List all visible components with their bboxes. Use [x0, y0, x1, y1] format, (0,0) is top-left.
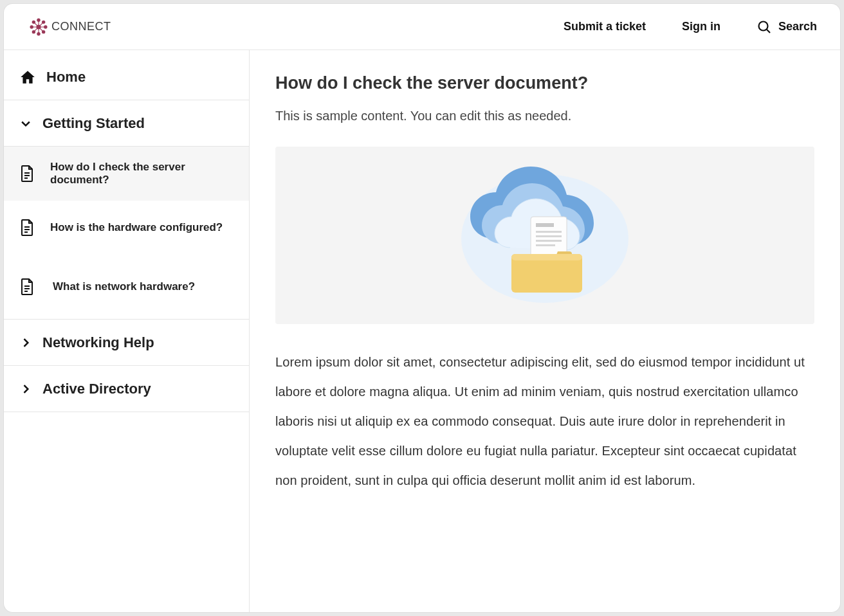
sign-in-link[interactable]: Sign in	[682, 20, 720, 33]
sidebar-section-getting-started[interactable]: Getting Started	[4, 100, 249, 147]
article-hero-image	[275, 147, 814, 324]
chevron-down-icon	[19, 117, 32, 130]
article-body: Lorem ipsum dolor sit amet, consectetur …	[275, 347, 814, 495]
sidebar: Home Getting Started	[4, 50, 250, 612]
search-button[interactable]: Search	[757, 19, 817, 35]
sidebar-section-label: Active Directory	[42, 381, 151, 397]
search-label: Search	[778, 20, 817, 33]
header-nav: Submit a ticket Sign in Search	[564, 19, 817, 35]
sidebar-home-label: Home	[46, 69, 86, 86]
sidebar-sub-label: How do I check the server document?	[45, 161, 234, 186]
svg-line-13	[33, 22, 39, 27]
sidebar-section-label: Networking Help	[42, 334, 154, 351]
body: Home Getting Started	[4, 50, 840, 612]
submit-ticket-link[interactable]: Submit a ticket	[564, 20, 646, 33]
svg-rect-30	[536, 223, 554, 227]
svg-line-14	[39, 22, 44, 27]
brand-flower-icon	[27, 15, 50, 39]
app-frame: CONNECT Submit a ticket Sign in Search	[4, 4, 840, 612]
sidebar-sub-label: How is the hardware configured?	[45, 221, 223, 234]
sidebar-subgroup-getting-started: How do I check the server document? How …	[4, 147, 249, 320]
article-content: How do I check the server document? This…	[250, 50, 840, 612]
brand-text: CONNECT	[51, 20, 111, 33]
search-icon	[757, 19, 772, 35]
sidebar-item-check-server-document[interactable]: How do I check the server document?	[4, 147, 249, 201]
brand-logo[interactable]: CONNECT	[27, 15, 111, 39]
home-icon	[19, 69, 36, 86]
header: CONNECT Submit a ticket Sign in Search	[4, 4, 840, 50]
sidebar-item-hardware-configured[interactable]: How is the hardware configured?	[4, 201, 249, 255]
svg-line-15	[33, 27, 39, 32]
svg-line-16	[39, 27, 44, 32]
document-icon	[19, 278, 35, 296]
svg-rect-33	[536, 240, 562, 242]
svg-rect-32	[536, 235, 562, 237]
svg-rect-34	[536, 244, 555, 246]
chevron-right-icon	[19, 383, 32, 395]
chevron-right-icon	[19, 336, 32, 349]
cloud-folder-document-icon	[448, 161, 641, 309]
article-lead: This is sample content. You can edit thi…	[275, 109, 814, 123]
svg-rect-31	[536, 231, 562, 233]
svg-line-18	[767, 29, 770, 32]
sidebar-sub-label: What is network hardware?	[45, 280, 195, 293]
document-icon	[19, 165, 35, 183]
sidebar-item-home[interactable]: Home	[4, 54, 249, 100]
article-title: How do I check the server document?	[275, 73, 814, 93]
svg-rect-36	[511, 254, 582, 260]
document-icon	[19, 219, 35, 237]
sidebar-section-label: Getting Started	[42, 115, 145, 132]
sidebar-section-active-directory[interactable]: Active Directory	[4, 366, 249, 412]
svg-point-17	[758, 21, 767, 30]
sidebar-item-network-hardware[interactable]: What is network hardware?	[4, 255, 249, 319]
sidebar-section-networking-help[interactable]: Networking Help	[4, 320, 249, 366]
